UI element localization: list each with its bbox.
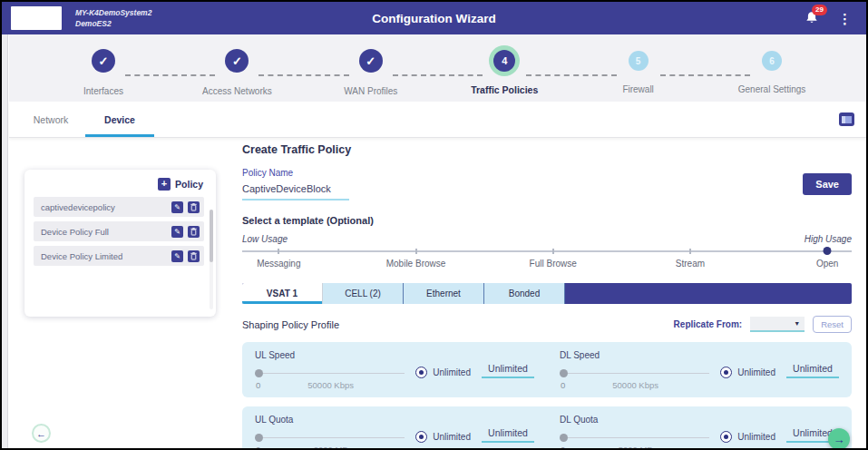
unlimited-radio[interactable] — [415, 367, 427, 378]
page-title: Configuration Wizard — [372, 12, 495, 25]
left-gutter — [2, 34, 8, 448]
radio-dot — [724, 370, 728, 375]
slider-thumb[interactable] — [560, 369, 568, 377]
step-interfaces[interactable]: ✓ Interfaces — [56, 49, 151, 96]
slider-tick — [689, 249, 691, 254]
radio-dot — [419, 370, 424, 375]
slider-tick — [552, 249, 554, 254]
slider-line — [568, 373, 709, 375]
unlimited-label: Unlimited — [433, 367, 471, 377]
replicate-from-label: Replicate From: — [674, 319, 743, 329]
shaping-header: Shaping Policy Profile Replicate From: ▼… — [242, 316, 852, 333]
ul-speed-value-input[interactable]: Unlimited — [482, 363, 534, 378]
dl-speed-value-input[interactable]: Unlimited — [786, 363, 839, 378]
step-number: 5 — [629, 51, 649, 71]
delete-policy-button[interactable] — [188, 250, 200, 262]
step-traffic-policies[interactable]: 4 Traffic Policies — [457, 49, 551, 95]
edit-policy-button[interactable]: ✎ — [171, 226, 183, 238]
radio-dot — [724, 435, 728, 439]
slider-line — [242, 250, 852, 252]
kebab-menu-icon[interactable]: ⋮ — [838, 12, 852, 25]
edit-policy-button[interactable]: ✎ — [171, 201, 183, 213]
stop-mobile-browse[interactable]: Mobile Browse — [386, 259, 446, 269]
radio-dot — [419, 435, 424, 439]
dl-quota-label: DL Quota — [560, 415, 839, 425]
main-content: + Policy captivedevicepolicy ✎ Device Po… — [9, 138, 866, 448]
save-button[interactable]: Save — [803, 173, 852, 195]
template-label: Select a template (Optional) — [242, 215, 852, 226]
step-general-settings[interactable]: 6 General Settings — [725, 49, 819, 94]
stop-full-browse[interactable]: Full Browse — [530, 259, 577, 269]
usage-template-slider: Low Usage High Usage Messaging Mobile Br… — [242, 234, 852, 269]
trash-icon — [190, 228, 197, 236]
notifications-button[interactable]: 29 — [805, 11, 820, 25]
system-names: MY-K4DemoSystem2 DemoES2 — [75, 7, 151, 30]
next-button[interactable]: → — [828, 428, 850, 450]
top-bar: MY-K4DemoSystem2 DemoES2 Configuration W… — [2, 2, 866, 34]
policy-list-item[interactable]: Device Policy Full ✎ — [34, 221, 204, 241]
speed-card: UL Speed 0 50000 Kbps Unlimited Unlimite… — [242, 342, 852, 397]
delete-policy-button[interactable] — [188, 226, 200, 238]
usage-stop-labels: Messaging Mobile Browse Full Browse Stre… — [242, 259, 852, 269]
ul-speed-group: UL Speed 0 50000 Kbps Unlimited Unlimite… — [255, 350, 534, 390]
tab-network[interactable]: Network — [16, 102, 85, 137]
tab-device[interactable]: Device — [85, 102, 154, 137]
delete-policy-button[interactable] — [188, 201, 200, 213]
panel-view-icon-inner — [842, 116, 852, 123]
unlimited-radio[interactable] — [415, 431, 427, 443]
step-label: Traffic Policies — [471, 84, 538, 95]
slider-tick — [278, 249, 279, 254]
step-label: Firewall — [622, 84, 653, 94]
logo — [11, 6, 62, 30]
stop-stream[interactable]: Stream — [676, 259, 705, 269]
slider-thumb[interactable] — [255, 369, 263, 377]
usage-slider-thumb[interactable] — [824, 247, 832, 255]
ul-quota-value-input[interactable]: Unlimited — [482, 427, 534, 443]
usage-slider-track[interactable] — [242, 247, 852, 258]
check-icon: ✓ — [359, 49, 383, 73]
stop-messaging[interactable]: Messaging — [257, 259, 300, 269]
tab-vsat-1[interactable]: VSAT 1 — [242, 283, 323, 304]
check-icon: ✓ — [92, 49, 115, 73]
replicate-from-select[interactable]: ▼ — [750, 317, 805, 332]
reset-button[interactable]: Reset — [813, 316, 852, 333]
step-access-networks[interactable]: ✓ Access Networks — [190, 49, 284, 96]
scrollbar-thumb[interactable] — [210, 210, 213, 262]
slider-thumb[interactable] — [255, 434, 263, 442]
tab-ethernet[interactable]: Ethernet — [404, 283, 484, 304]
dl-speed-slider[interactable]: 0 50000 Kbps — [560, 368, 711, 390]
stop-open[interactable]: Open — [816, 259, 838, 269]
interface-tab-bar: VSAT 1 CELL (2) Ethernet Bonded — [242, 283, 852, 304]
tab-cell[interactable]: CELL (2) — [323, 283, 404, 304]
edit-policy-button[interactable]: ✎ — [171, 250, 183, 262]
policy-list-item[interactable]: captivedevicepolicy ✎ — [34, 197, 204, 217]
arrow-right-icon: → — [834, 433, 845, 446]
dl-quota-group: DL Quota 0 5000 MB Unlimited Unlimited — [560, 415, 839, 450]
policy-list-panel: + Policy captivedevicepolicy ✎ Device Po… — [24, 170, 216, 317]
high-usage-label: High Usage — [805, 234, 852, 244]
tab-bonded[interactable]: Bonded — [484, 283, 565, 304]
ul-speed-slider[interactable]: 0 50000 Kbps — [255, 368, 406, 390]
add-policy-button[interactable]: + Policy — [24, 170, 216, 197]
slider-max-label: 2000 MB — [255, 445, 406, 450]
dl-quota-slider[interactable]: 0 5000 MB — [560, 433, 711, 450]
dl-speed-label: DL Speed — [560, 350, 839, 360]
wizard-stepper: ✓ Interfaces ✓ Access Networks ✓ WAN Pro… — [9, 34, 866, 102]
unlimited-label: Unlimited — [737, 432, 775, 442]
trash-icon — [190, 252, 197, 260]
policy-name-label: Policy Name — [242, 168, 852, 178]
unlimited-radio[interactable] — [720, 367, 732, 378]
panel-view-icon[interactable] — [839, 112, 854, 126]
slider-thumb[interactable] — [560, 434, 568, 442]
step-firewall[interactable]: 5 Firewall — [591, 49, 686, 94]
policy-list-item[interactable]: Device Policy Limited ✎ — [34, 246, 204, 266]
step-wan-profiles[interactable]: ✓ WAN Profiles — [324, 49, 418, 96]
ul-quota-slider[interactable]: 0 2000 MB — [255, 433, 406, 450]
unlimited-radio[interactable] — [720, 431, 732, 443]
slider-line — [263, 373, 405, 375]
back-button[interactable]: ← — [32, 424, 51, 443]
policy-list-scrollbar[interactable] — [210, 210, 213, 309]
policy-name-input[interactable] — [242, 180, 349, 201]
view-tab-bar: Network Device — [9, 102, 866, 138]
step-number: 6 — [762, 51, 782, 71]
